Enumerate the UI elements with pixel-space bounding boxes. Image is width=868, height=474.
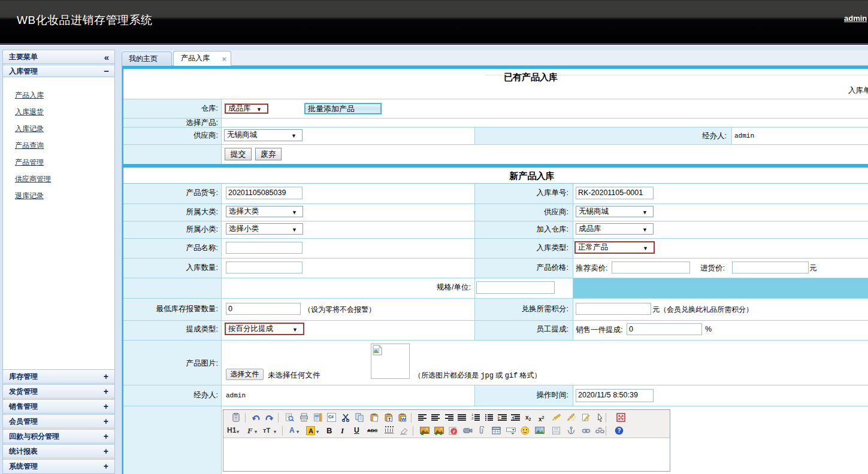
svg-text:W: W bbox=[401, 417, 406, 422]
svg-text:?: ? bbox=[617, 427, 621, 434]
svg-text:T: T bbox=[388, 417, 391, 422]
